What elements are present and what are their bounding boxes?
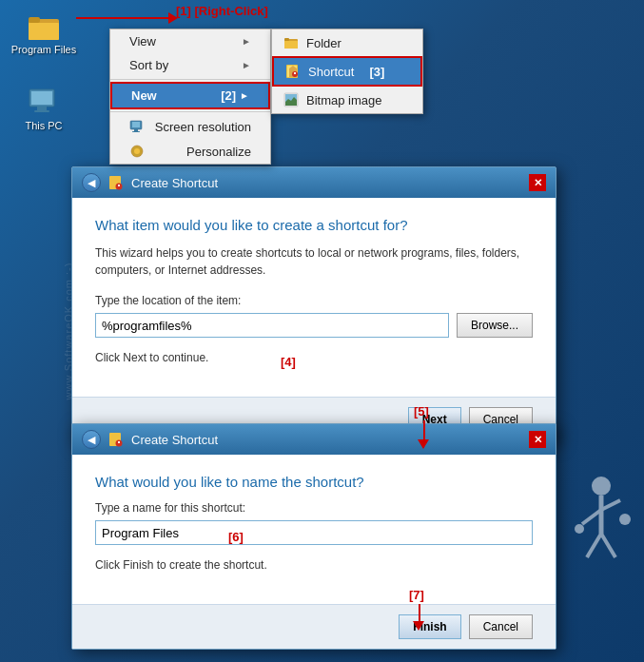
context-menu-separator [110,79,270,80]
submenu-folder[interactable]: Folder [272,29,422,56]
step3-label: [3] [369,65,384,79]
step5-annotation: [5] [414,404,429,449]
dialog2-titlebar: ◀ Create Shortcut ✕ [72,424,556,455]
dialog2-close-btn[interactable]: ✕ [529,431,546,448]
dialog2-status: Click Finish to create the shortcut. [95,558,533,572]
context-menu-new[interactable]: New [2] ► [110,82,270,109]
submenu-shortcut[interactable]: Shortcut [3] [272,56,422,87]
svg-rect-10 [132,131,140,132]
context-menu-screen-resolution[interactable]: Screen resolution [110,114,270,139]
dialog1-back-btn[interactable]: ◀ [82,173,101,192]
dialog1-question: What item would you like to create a sho… [95,217,533,233]
program-files-label: Program Files [11,44,76,55]
svg-rect-4 [31,91,52,105]
dialog1-title: Create Shortcut [131,176,218,190]
context-menu-personalize[interactable]: Personalize [110,139,270,164]
dialog1: ◀ Create Shortcut ✕ What item would you … [71,166,556,442]
dialog1-close-btn[interactable]: ✕ [529,174,546,191]
submenu-shortcut-icon [285,64,301,79]
svg-rect-6 [34,110,49,112]
submenu-bitmap[interactable]: Bitmap image [272,87,422,113]
desktop: SoftwareOK.com www.SoftwareOK.com :-) Pr… [0,0,644,662]
computer-icon [27,86,61,120]
svg-rect-14 [284,41,298,49]
dialog2-footer: Finish Cancel [72,604,556,649]
screen-resolution-icon [129,119,145,134]
svg-line-27 [582,510,601,524]
right-click-arrow-line [76,17,176,19]
step4-label: [4] [281,355,296,369]
step5-arrow-head [418,439,429,449]
dialog1-location-label: Type the location of the item: [95,294,533,307]
dialog2-name-input[interactable] [95,520,533,545]
svg-rect-5 [37,107,47,110]
context-menu-view[interactable]: View ► [110,29,270,53]
svg-rect-2 [29,17,40,23]
context-menu-sort-by[interactable]: Sort by ► [110,53,270,77]
svg-line-29 [587,534,601,557]
dialog2-name-label: Type a name for this shortcut: [95,501,533,515]
dialog2-content: What would you like to name the shortcut… [72,455,556,604]
svg-line-30 [601,534,615,557]
dialog1-description: This wizard helps you to create shortcut… [95,244,533,279]
dialog1-input-row: Browse... [95,313,533,338]
context-menu: View ► Sort by ► New [2] ► Screen resolu… [109,29,271,165]
dialog1-titlebar: ◀ Create Shortcut ✕ [72,167,556,198]
dialog2-title-icon [108,432,124,447]
step6-label: [6] [228,530,244,544]
step1-label: [1] [Right-Click] [176,4,268,18]
svg-rect-1 [29,23,59,40]
context-menu-separator2 [110,111,270,112]
dialog2: ◀ Create Shortcut ✕ What would you like … [71,423,556,650]
desktop-icon-program-files[interactable]: Program Files [10,10,78,55]
folder-icon [27,10,61,44]
new-arrow: ► [240,90,249,101]
svg-point-12 [134,148,140,154]
svg-line-28 [601,500,620,510]
dialog1-browse-btn[interactable]: Browse... [457,313,533,338]
dialog1-title-icon [108,175,124,190]
svg-rect-15 [284,38,289,41]
sort-by-arrow: ► [242,60,251,70]
dialog1-status: Click Next to continue. [95,351,533,364]
desktop-icon-this-pc[interactable]: This PC [10,86,78,131]
submenu-folder-icon [283,35,299,50]
svg-rect-8 [132,122,140,127]
step7-annotation: [7] [409,588,424,631]
dancing-figure [568,472,634,586]
submenu: Folder Shortcut [3] Bitmap image [271,29,423,114]
personalize-icon [129,144,145,159]
dialog1-location-input[interactable] [95,313,449,338]
dialog2-cancel-btn[interactable]: Cancel [469,614,533,639]
step7-arrow-head [413,621,424,631]
dialog2-back-btn[interactable]: ◀ [82,430,101,449]
svg-point-32 [575,524,584,534]
step7-arrow-shaft [419,604,420,621]
svg-point-31 [619,514,631,525]
this-pc-label: This PC [25,120,62,131]
dialog2-input-row [95,520,533,545]
bitmap-icon [283,92,299,107]
step5-arrow-shaft [423,420,425,439]
view-arrow: ► [242,36,251,47]
dialog1-content: What item would you like to create a sho… [72,198,556,397]
svg-point-25 [592,477,611,496]
svg-rect-9 [134,129,138,131]
step2-label: [2] [221,88,236,103]
dialog2-title: Create Shortcut [131,433,218,447]
dialog2-question: What would you like to name the shortcut… [95,474,533,490]
